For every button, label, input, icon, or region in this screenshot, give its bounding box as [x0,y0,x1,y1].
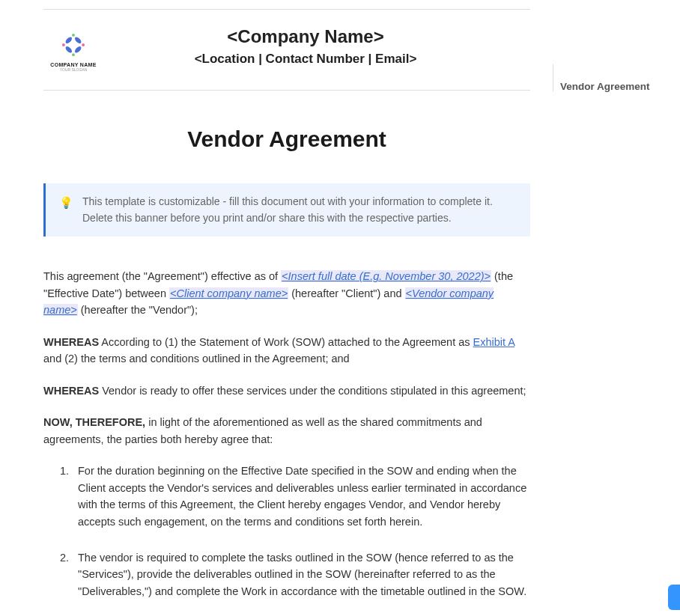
document-header: COMPANY NAME YOUR SLOGAN <Company Name> … [43,22,530,72]
whereas-label: WHEREAS [43,336,99,348]
logo-company-text: COMPANY NAME [50,62,96,67]
toc-separator [553,64,553,91]
banner-text: This template is customizable - fill thi… [82,194,517,226]
whereas-2: WHEREAS Vendor is ready to offer these s… [43,382,530,399]
company-name-placeholder[interactable]: <Company Name> [126,26,485,47]
chat-tab[interactable] [668,585,680,610]
svg-point-4 [72,34,75,37]
now-therefore: NOW, THEREFORE, in light of the aforemen… [43,414,530,448]
lightbulb-icon: 💡 [59,194,73,226]
agreement-terms-list: For the duration beginning on the Effect… [43,463,530,600]
svg-point-1 [73,45,82,53]
list-item: The vendor is required to complete the t… [72,549,530,600]
svg-point-2 [64,45,73,53]
header-bottom-divider [43,90,530,91]
svg-point-0 [73,36,82,44]
document-page: COMPANY NAME YOUR SLOGAN <Company Name> … [0,0,680,616]
svg-point-7 [62,43,65,46]
company-logo: COMPANY NAME YOUR SLOGAN [43,22,103,72]
svg-point-6 [72,53,75,56]
svg-point-5 [82,43,85,46]
intro-paragraph: This agreement (the "Agreement") effecti… [43,268,530,318]
logo-slogan-text: YOUR SLOGAN [60,67,88,72]
document-title: Vendor Agreement [43,126,530,152]
placeholder-client-company[interactable]: <Client company name> [169,287,288,299]
logo-icon [58,29,89,61]
top-divider [43,9,530,10]
placeholder-date[interactable]: <Insert full date (E.g. November 30, 202… [281,270,491,282]
list-item: For the duration beginning on the Effect… [72,463,530,530]
company-meta-placeholder[interactable]: <Location | Contact Number | Email> [126,52,485,67]
exhibit-a-link[interactable]: Exhibit A [473,336,515,348]
toc-item[interactable]: Vendor Agreement [560,81,650,92]
document-body[interactable]: This agreement (the "Agreement") effecti… [43,268,530,600]
info-banner: 💡 This template is customizable - fill t… [43,183,530,237]
whereas-1: WHEREAS According to (1) the Statement o… [43,334,530,368]
whereas-label: WHEREAS [43,385,99,397]
now-therefore-label: NOW, THEREFORE, [43,416,145,428]
svg-point-3 [64,36,73,44]
header-titles: <Company Name> <Location | Contact Numbe… [126,22,530,67]
